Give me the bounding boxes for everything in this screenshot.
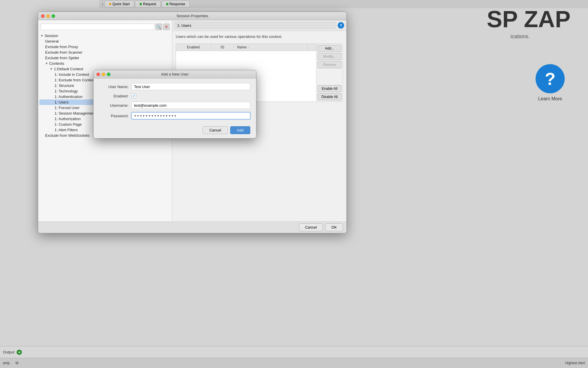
col-id: ID xyxy=(211,44,234,51)
dialog-close-button[interactable] xyxy=(96,73,100,76)
tree-exclude-proxy[interactable]: Exclude from Proxy xyxy=(39,44,171,50)
tree-arrow: ▼ xyxy=(50,67,53,71)
highest-alert-label: Highest Alert xyxy=(565,361,585,365)
chevron-icon: › xyxy=(102,2,103,6)
add-user-button[interactable]: Add... xyxy=(318,45,341,52)
tab-bar: › Quick Start Request Response xyxy=(99,0,588,8)
window-titlebar: Session Properties xyxy=(38,12,346,20)
col-extra xyxy=(307,44,316,51)
password-input[interactable] xyxy=(131,112,250,119)
username-display-row: User Name: xyxy=(99,83,250,90)
dialog-cancel-button[interactable]: Cancel xyxy=(203,126,228,134)
context-title-bar: 1: Users xyxy=(175,22,335,29)
m-status: M xyxy=(15,361,18,365)
tree-arrow: ▼ xyxy=(45,62,48,65)
window-title: Session Properties xyxy=(176,14,208,18)
enabled-label: Enabled: xyxy=(99,94,128,98)
description-text: Users which can be used for various oper… xyxy=(176,34,343,39)
user-name-input[interactable] xyxy=(131,83,250,90)
tab-dot xyxy=(109,3,111,5)
dialog-body: User Name: Enabled: Username: Password: xyxy=(94,78,256,124)
dialog-titlebar: Add a New User xyxy=(94,70,256,78)
search-input[interactable] xyxy=(41,24,154,30)
amp-status: amp xyxy=(3,361,10,365)
tree-session[interactable]: ▼ Session xyxy=(39,33,171,38)
zap-title: SP ZAP xyxy=(487,6,571,33)
dialog-window-controls xyxy=(96,73,110,76)
right-header: 1: Users ? xyxy=(172,20,346,31)
modify-user-button[interactable]: Modify... xyxy=(318,53,341,60)
tab-quick-start[interactable]: Quick Start xyxy=(105,1,134,8)
learn-more-icon[interactable]: ? xyxy=(536,64,565,93)
learn-more-label[interactable]: Learn More xyxy=(538,96,562,101)
search-row: 🔍 ✕ xyxy=(38,22,172,31)
close-button[interactable] xyxy=(41,14,45,18)
window-controls xyxy=(41,14,55,18)
clear-search-button[interactable]: ✕ xyxy=(163,24,170,30)
dialog-footer: Cancel Add xyxy=(94,124,256,138)
password-row: Password: xyxy=(99,112,250,119)
maximize-button[interactable] xyxy=(52,14,55,18)
window-footer: Cancel OK xyxy=(38,221,346,233)
sort-icon: ↑ xyxy=(247,46,249,49)
tab-response[interactable]: Response xyxy=(162,1,190,8)
ok-button[interactable]: OK xyxy=(325,223,343,231)
tree-exclude-spider[interactable]: Exclude from Spider xyxy=(39,55,171,61)
search-button[interactable]: 🔍 xyxy=(156,24,162,30)
add-user-dialog: Add a New User User Name: Enabled: Usern… xyxy=(93,70,256,139)
user-name-label: User Name: xyxy=(99,85,128,89)
username-label: Username: xyxy=(99,103,128,108)
learn-more-section[interactable]: ? Learn More xyxy=(536,64,565,101)
add-output-button[interactable]: + xyxy=(17,350,22,355)
tree-arrow: ▼ xyxy=(41,34,43,37)
disable-all-button[interactable]: Disable All xyxy=(318,93,341,100)
tree-general[interactable]: General xyxy=(39,38,171,44)
help-button[interactable]: ? xyxy=(338,22,344,29)
enable-all-button[interactable]: Enable All xyxy=(318,85,341,92)
action-buttons-column: Add... Modify... Remove Enable All Disab… xyxy=(316,43,343,102)
tree-contexts[interactable]: ▼ Contexts xyxy=(39,61,171,66)
dialog-minimize-button[interactable] xyxy=(102,73,105,76)
tab-dot xyxy=(140,3,142,5)
output-label: Output xyxy=(3,350,14,354)
col-name: Name ↑ xyxy=(234,44,307,51)
username-input[interactable] xyxy=(131,102,250,109)
output-area: Output + xyxy=(0,346,588,358)
username-row: Username: xyxy=(99,102,250,109)
col-enabled: Enabled xyxy=(176,44,211,51)
minimize-button[interactable] xyxy=(46,14,50,18)
zap-subtitle: ications. xyxy=(510,34,530,40)
bottom-bar: amp M Highest Alert xyxy=(0,358,588,368)
enabled-row: Enabled: xyxy=(99,94,250,98)
password-label: Password: xyxy=(99,114,128,118)
table-header-row: Enabled ID Name ↑ xyxy=(176,44,316,51)
enabled-checkbox[interactable] xyxy=(131,94,136,98)
remove-user-button[interactable]: Remove xyxy=(318,61,341,68)
dialog-maximize-button[interactable] xyxy=(107,73,110,76)
dialog-add-button[interactable]: Add xyxy=(230,126,250,134)
tree-exclude-scanner[interactable]: Exclude from Scanner xyxy=(39,50,171,55)
cancel-button[interactable]: Cancel xyxy=(299,223,323,231)
dialog-title: Add a New User xyxy=(161,72,189,76)
tab-dot xyxy=(166,3,168,5)
tab-request[interactable]: Request xyxy=(135,1,161,8)
